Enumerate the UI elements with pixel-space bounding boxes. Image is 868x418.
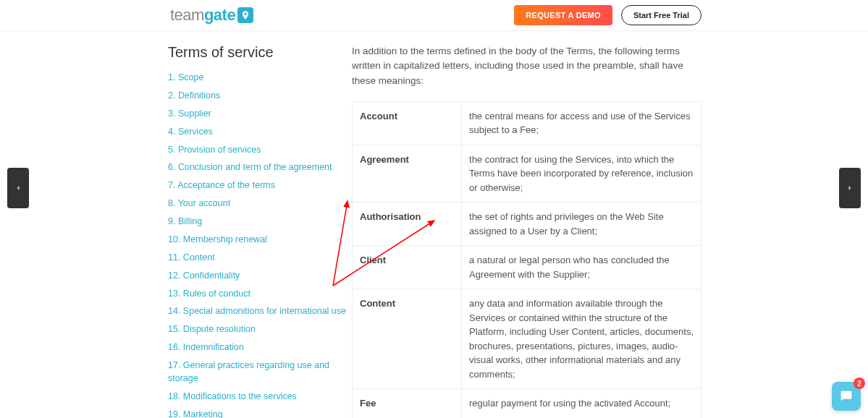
table-row: Agreementthe contract for using the Serv… bbox=[353, 145, 701, 202]
toc-link[interactable]: 15. Dispute resolution bbox=[168, 324, 256, 334]
toc-item: 4. Services bbox=[168, 125, 349, 138]
toc-item: 13. Rules of conduct bbox=[168, 287, 349, 300]
toc-link[interactable]: 13. Rules of conduct bbox=[168, 289, 250, 299]
toc-item: 16. Indemnification bbox=[168, 341, 349, 354]
toc-item: 19. Marketing bbox=[168, 408, 349, 418]
toc-list: 1. Scope2. Definitions3. Supplier4. Serv… bbox=[168, 71, 349, 418]
toc-item: 8. Your account bbox=[168, 197, 349, 210]
logo-text-2: gate bbox=[204, 6, 235, 25]
toc-item: 12. Confidentiality bbox=[168, 269, 349, 282]
chat-widget-button[interactable]: 2 bbox=[832, 382, 861, 411]
term-cell: Agreement bbox=[353, 145, 462, 202]
toc-link[interactable]: 12. Confidentiality bbox=[168, 270, 240, 281]
table-row: Authorisationthe set of rights and privi… bbox=[353, 202, 701, 246]
toc-item: 1. Scope bbox=[168, 71, 349, 84]
toc-item: 18. Modifications to the services bbox=[168, 390, 349, 403]
definition-cell: the set of rights and privileges on the … bbox=[462, 202, 701, 246]
table-row: Contentany data and information availabl… bbox=[353, 289, 701, 389]
toc-item: 17. General practices regarding use and … bbox=[168, 359, 349, 385]
top-buttons: REQUEST A DEMO Start Free Trial bbox=[514, 5, 701, 25]
intro-paragraph: In addition to the terms defined in the … bbox=[352, 44, 701, 88]
chat-badge: 2 bbox=[854, 378, 865, 389]
toc-link[interactable]: 11. Content bbox=[168, 252, 215, 263]
toc-link[interactable]: 1. Scope bbox=[168, 72, 203, 82]
term-cell: Account bbox=[353, 101, 462, 145]
chat-icon bbox=[838, 388, 854, 404]
definition-cell: the central means for access and use of … bbox=[462, 101, 701, 145]
start-free-trial-button[interactable]: Start Free Trial bbox=[621, 5, 701, 25]
toc-link[interactable]: 2. Definitions bbox=[168, 90, 220, 101]
toc-link[interactable]: 19. Marketing bbox=[168, 409, 223, 418]
chevron-left-icon bbox=[14, 184, 22, 192]
term-cell: Fee bbox=[353, 389, 462, 418]
toc-link[interactable]: 3. Supplier bbox=[168, 108, 211, 119]
sidebar-title: Terms of service bbox=[168, 44, 349, 61]
term-cell: Authorisation bbox=[353, 202, 462, 246]
table-row: Feeregular payment for using the activat… bbox=[353, 389, 701, 418]
definitions-table: Accountthe central means for access and … bbox=[352, 101, 701, 418]
logo[interactable]: teamgate bbox=[170, 6, 253, 25]
toc-item: 3. Supplier bbox=[168, 107, 349, 120]
toc-link[interactable]: 4. Services bbox=[168, 127, 213, 137]
toc-item: 11. Content bbox=[168, 251, 349, 264]
toc-link[interactable]: 7. Acceptance of the terms bbox=[168, 180, 275, 190]
toc-link[interactable]: 8. Your account bbox=[168, 198, 230, 208]
toc-link[interactable]: 18. Modifications to the services bbox=[168, 391, 297, 401]
toc-item: 7. Acceptance of the terms bbox=[168, 179, 349, 192]
toc-link[interactable]: 6. Conclusion and term of the agreement bbox=[168, 162, 332, 172]
sidebar: Terms of service 1. Scope2. Definitions3… bbox=[168, 44, 349, 418]
toc-item: 2. Definitions bbox=[168, 89, 349, 102]
table-row: Clienta natural or legal person who has … bbox=[353, 246, 701, 289]
definition-cell: regular payment for using the activated … bbox=[462, 389, 701, 418]
definition-cell: the contract for using the Services, int… bbox=[462, 145, 701, 202]
definition-cell: any data and information available throu… bbox=[462, 289, 701, 389]
carousel-next-button[interactable] bbox=[839, 168, 861, 208]
chevron-right-icon bbox=[846, 184, 854, 192]
toc-link[interactable]: 5. Provision of services bbox=[168, 145, 261, 155]
toc-link[interactable]: 10. Membership renewal bbox=[168, 234, 267, 244]
request-demo-button[interactable]: REQUEST A DEMO bbox=[514, 5, 612, 25]
toc-item: 14. Special admonitions for internationa… bbox=[168, 304, 349, 317]
toc-item: 10. Membership renewal bbox=[168, 233, 349, 246]
term-cell: Client bbox=[353, 246, 462, 289]
logo-badge-icon bbox=[237, 7, 253, 23]
toc-link[interactable]: 16. Indemnification bbox=[168, 342, 244, 352]
carousel-prev-button[interactable] bbox=[7, 168, 29, 208]
toc-item: 9. Billing bbox=[168, 215, 349, 228]
logo-text-1: team bbox=[170, 6, 204, 25]
toc-item: 6. Conclusion and term of the agreement bbox=[168, 161, 349, 174]
definition-cell: a natural or legal person who has conclu… bbox=[462, 246, 701, 289]
page-body: Terms of service 1. Scope2. Definitions3… bbox=[0, 31, 868, 418]
top-bar: teamgate REQUEST A DEMO Start Free Trial bbox=[0, 0, 868, 31]
term-cell: Content bbox=[353, 289, 462, 389]
toc-link[interactable]: 17. General practices regarding use and … bbox=[168, 360, 329, 383]
toc-link[interactable]: 9. Billing bbox=[168, 216, 202, 226]
toc-link[interactable]: 14. Special admonitions for internationa… bbox=[168, 306, 346, 316]
table-row: Accountthe central means for access and … bbox=[353, 101, 701, 145]
main-content: In addition to the terms defined in the … bbox=[349, 44, 868, 418]
toc-item: 15. Dispute resolution bbox=[168, 323, 349, 336]
toc-item: 5. Provision of services bbox=[168, 143, 349, 156]
